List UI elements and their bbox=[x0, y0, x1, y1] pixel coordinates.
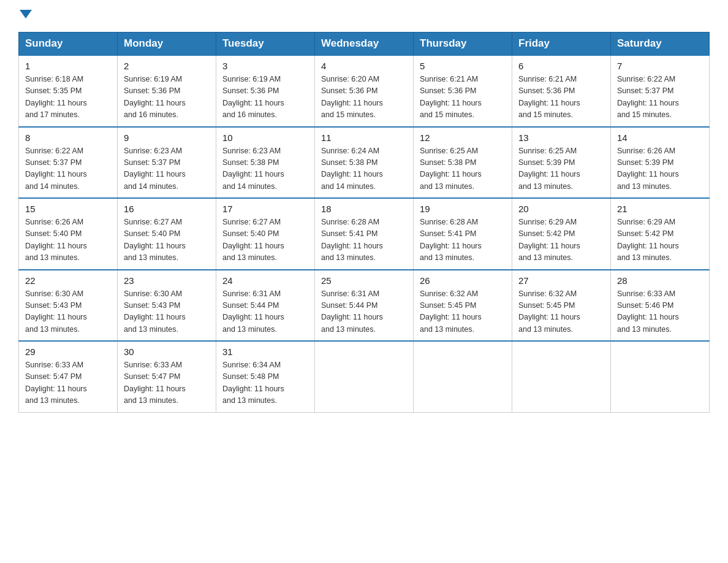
day-info: Sunrise: 6:20 AMSunset: 5:36 PMDaylight:… bbox=[321, 75, 383, 119]
day-number: 2 bbox=[124, 61, 210, 71]
day-info: Sunrise: 6:31 AMSunset: 5:44 PMDaylight:… bbox=[222, 289, 284, 334]
day-number: 4 bbox=[321, 61, 407, 71]
calendar-cell bbox=[611, 341, 710, 412]
day-number: 19 bbox=[420, 204, 506, 214]
day-info: Sunrise: 6:24 AMSunset: 5:38 PMDaylight:… bbox=[321, 147, 383, 191]
day-number: 17 bbox=[222, 204, 308, 214]
calendar-cell bbox=[315, 341, 414, 412]
day-number: 13 bbox=[518, 132, 604, 143]
calendar-cell: 5Sunrise: 6:21 AMSunset: 5:36 PMDaylight… bbox=[414, 55, 512, 127]
day-info: Sunrise: 6:23 AMSunset: 5:38 PMDaylight:… bbox=[222, 147, 284, 191]
day-number: 3 bbox=[222, 61, 308, 71]
day-number: 29 bbox=[25, 347, 111, 357]
day-info: Sunrise: 6:30 AMSunset: 5:43 PMDaylight:… bbox=[25, 289, 87, 334]
day-number: 5 bbox=[420, 61, 506, 71]
day-info: Sunrise: 6:32 AMSunset: 5:45 PMDaylight:… bbox=[518, 289, 580, 334]
logo-triangle-icon bbox=[20, 10, 32, 18]
day-number: 18 bbox=[321, 204, 407, 214]
day-info: Sunrise: 6:29 AMSunset: 5:42 PMDaylight:… bbox=[617, 218, 679, 262]
header-wednesday: Wednesday bbox=[315, 33, 414, 56]
day-info: Sunrise: 6:27 AMSunset: 5:40 PMDaylight:… bbox=[124, 218, 186, 262]
logo bbox=[18, 12, 32, 21]
day-number: 21 bbox=[617, 204, 703, 214]
day-info: Sunrise: 6:27 AMSunset: 5:40 PMDaylight:… bbox=[222, 218, 284, 262]
calendar-cell: 7Sunrise: 6:22 AMSunset: 5:37 PMDaylight… bbox=[611, 55, 710, 127]
day-number: 20 bbox=[518, 204, 604, 214]
day-number: 9 bbox=[124, 132, 210, 143]
day-number: 1 bbox=[25, 61, 111, 71]
day-info: Sunrise: 6:22 AMSunset: 5:37 PMDaylight:… bbox=[25, 147, 87, 191]
header-tuesday: Tuesday bbox=[216, 33, 315, 56]
calendar-cell: 23Sunrise: 6:30 AMSunset: 5:43 PMDayligh… bbox=[118, 270, 216, 342]
day-info: Sunrise: 6:19 AMSunset: 5:36 PMDaylight:… bbox=[124, 75, 186, 119]
calendar-cell bbox=[414, 341, 512, 412]
day-info: Sunrise: 6:28 AMSunset: 5:41 PMDaylight:… bbox=[321, 218, 383, 262]
calendar-cell: 15Sunrise: 6:26 AMSunset: 5:40 PMDayligh… bbox=[19, 198, 118, 270]
day-info: Sunrise: 6:33 AMSunset: 5:46 PMDaylight:… bbox=[617, 289, 679, 334]
week-row-2: 8Sunrise: 6:22 AMSunset: 5:37 PMDaylight… bbox=[19, 127, 710, 199]
week-row-4: 22Sunrise: 6:30 AMSunset: 5:43 PMDayligh… bbox=[19, 270, 710, 342]
day-info: Sunrise: 6:34 AMSunset: 5:48 PMDaylight:… bbox=[222, 361, 284, 405]
day-number: 22 bbox=[25, 275, 111, 286]
calendar-cell: 29Sunrise: 6:33 AMSunset: 5:47 PMDayligh… bbox=[19, 341, 118, 412]
calendar-cell: 25Sunrise: 6:31 AMSunset: 5:44 PMDayligh… bbox=[315, 270, 414, 342]
calendar-cell: 8Sunrise: 6:22 AMSunset: 5:37 PMDaylight… bbox=[19, 127, 118, 199]
day-number: 10 bbox=[222, 132, 308, 143]
header-saturday: Saturday bbox=[611, 33, 710, 56]
calendar-cell: 21Sunrise: 6:29 AMSunset: 5:42 PMDayligh… bbox=[611, 198, 710, 270]
day-info: Sunrise: 6:26 AMSunset: 5:39 PMDaylight:… bbox=[617, 147, 679, 191]
page-header bbox=[18, 12, 710, 21]
day-info: Sunrise: 6:26 AMSunset: 5:40 PMDaylight:… bbox=[25, 218, 87, 262]
calendar-cell: 24Sunrise: 6:31 AMSunset: 5:44 PMDayligh… bbox=[216, 270, 315, 342]
calendar-cell bbox=[512, 341, 611, 412]
calendar-cell: 26Sunrise: 6:32 AMSunset: 5:45 PMDayligh… bbox=[414, 270, 512, 342]
calendar-cell: 1Sunrise: 6:18 AMSunset: 5:35 PMDaylight… bbox=[19, 55, 118, 127]
calendar-cell: 6Sunrise: 6:21 AMSunset: 5:36 PMDaylight… bbox=[512, 55, 611, 127]
calendar-cell: 3Sunrise: 6:19 AMSunset: 5:36 PMDaylight… bbox=[216, 55, 315, 127]
day-number: 12 bbox=[420, 132, 506, 143]
calendar-cell: 30Sunrise: 6:33 AMSunset: 5:47 PMDayligh… bbox=[118, 341, 216, 412]
week-row-3: 15Sunrise: 6:26 AMSunset: 5:40 PMDayligh… bbox=[19, 198, 710, 270]
calendar-cell: 2Sunrise: 6:19 AMSunset: 5:36 PMDaylight… bbox=[118, 55, 216, 127]
calendar-header-row: SundayMondayTuesdayWednesdayThursdayFrid… bbox=[19, 33, 710, 56]
calendar-cell: 10Sunrise: 6:23 AMSunset: 5:38 PMDayligh… bbox=[216, 127, 315, 199]
day-number: 6 bbox=[518, 61, 604, 71]
calendar-cell: 22Sunrise: 6:30 AMSunset: 5:43 PMDayligh… bbox=[19, 270, 118, 342]
calendar-cell: 18Sunrise: 6:28 AMSunset: 5:41 PMDayligh… bbox=[315, 198, 414, 270]
calendar-cell: 20Sunrise: 6:29 AMSunset: 5:42 PMDayligh… bbox=[512, 198, 611, 270]
calendar-cell: 11Sunrise: 6:24 AMSunset: 5:38 PMDayligh… bbox=[315, 127, 414, 199]
day-number: 16 bbox=[124, 204, 210, 214]
header-sunday: Sunday bbox=[19, 33, 118, 56]
calendar-cell: 4Sunrise: 6:20 AMSunset: 5:36 PMDaylight… bbox=[315, 55, 414, 127]
header-friday: Friday bbox=[512, 33, 611, 56]
day-number: 14 bbox=[617, 132, 703, 143]
day-info: Sunrise: 6:33 AMSunset: 5:47 PMDaylight:… bbox=[25, 361, 87, 405]
day-number: 25 bbox=[321, 275, 407, 286]
header-monday: Monday bbox=[118, 33, 216, 56]
calendar-cell: 9Sunrise: 6:23 AMSunset: 5:37 PMDaylight… bbox=[118, 127, 216, 199]
day-number: 27 bbox=[518, 275, 604, 286]
day-number: 7 bbox=[617, 61, 703, 71]
calendar-table: SundayMondayTuesdayWednesdayThursdayFrid… bbox=[18, 32, 710, 413]
day-info: Sunrise: 6:32 AMSunset: 5:45 PMDaylight:… bbox=[420, 289, 482, 334]
day-info: Sunrise: 6:28 AMSunset: 5:41 PMDaylight:… bbox=[420, 218, 482, 262]
calendar-cell: 28Sunrise: 6:33 AMSunset: 5:46 PMDayligh… bbox=[611, 270, 710, 342]
calendar-cell: 13Sunrise: 6:25 AMSunset: 5:39 PMDayligh… bbox=[512, 127, 611, 199]
calendar-cell: 27Sunrise: 6:32 AMSunset: 5:45 PMDayligh… bbox=[512, 270, 611, 342]
calendar-cell: 16Sunrise: 6:27 AMSunset: 5:40 PMDayligh… bbox=[118, 198, 216, 270]
calendar-cell: 12Sunrise: 6:25 AMSunset: 5:38 PMDayligh… bbox=[414, 127, 512, 199]
day-number: 15 bbox=[25, 204, 111, 214]
day-info: Sunrise: 6:29 AMSunset: 5:42 PMDaylight:… bbox=[518, 218, 580, 262]
day-info: Sunrise: 6:21 AMSunset: 5:36 PMDaylight:… bbox=[420, 75, 482, 119]
day-info: Sunrise: 6:31 AMSunset: 5:44 PMDaylight:… bbox=[321, 289, 383, 334]
header-thursday: Thursday bbox=[414, 33, 512, 56]
day-number: 26 bbox=[420, 275, 506, 286]
day-number: 24 bbox=[222, 275, 308, 286]
calendar-cell: 19Sunrise: 6:28 AMSunset: 5:41 PMDayligh… bbox=[414, 198, 512, 270]
day-number: 23 bbox=[124, 275, 210, 286]
day-number: 31 bbox=[222, 347, 308, 357]
day-info: Sunrise: 6:23 AMSunset: 5:37 PMDaylight:… bbox=[124, 147, 186, 191]
day-info: Sunrise: 6:33 AMSunset: 5:47 PMDaylight:… bbox=[124, 361, 186, 405]
week-row-1: 1Sunrise: 6:18 AMSunset: 5:35 PMDaylight… bbox=[19, 55, 710, 127]
day-info: Sunrise: 6:19 AMSunset: 5:36 PMDaylight:… bbox=[222, 75, 284, 119]
